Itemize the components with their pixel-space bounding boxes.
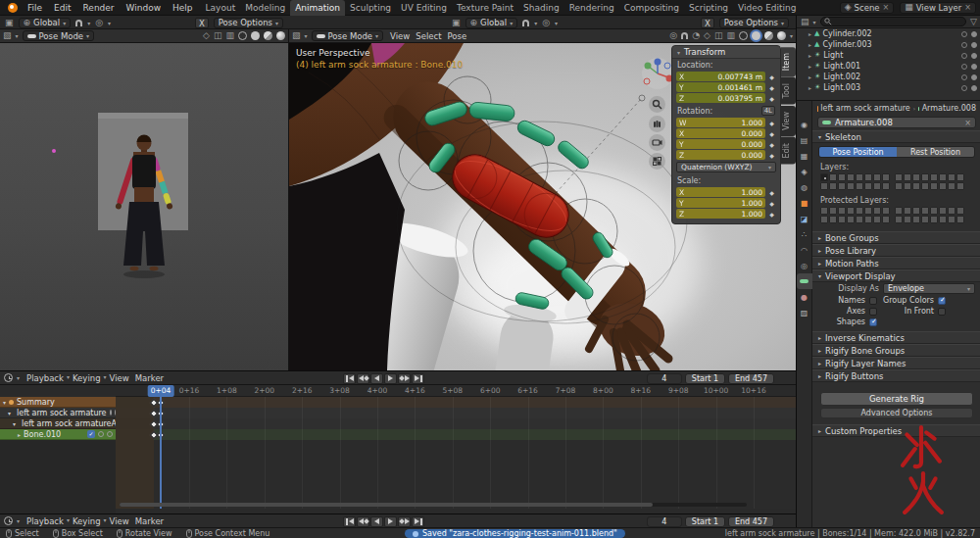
layer-toggle[interactable] [847,207,855,215]
chevron-down-icon[interactable]: ▾ [87,20,90,26]
checkbox-in-front[interactable] [938,308,946,316]
overlays-toggle-icon[interactable]: ◫ [214,31,222,40]
overlays-toggle-icon[interactable]: ◫ [714,31,723,40]
workspace-tab-compositing[interactable]: Compositing [619,0,684,16]
mode-selector-center[interactable]: Pose Mode ▾ [312,30,384,41]
play-reverse-button[interactable] [370,516,383,527]
decorator-keyframe-icon[interactable]: ◆ [767,200,776,207]
pan-hand-icon[interactable] [649,116,665,132]
generate-rig-button[interactable]: Generate Rig [820,392,973,406]
properties-tab-view-layer-icon[interactable]: ▦ [797,148,812,164]
datablock-name-field[interactable]: Armature.008 × [817,117,976,128]
frame-end-field[interactable]: End 457 [728,516,774,527]
layer-toggle[interactable] [838,207,846,215]
menu-marker[interactable]: Marker [132,516,167,526]
layer-toggle[interactable] [820,216,828,223]
menu-playback[interactable]: Playback [24,373,67,383]
current-frame-indicator[interactable]: 0+04 [148,385,174,397]
section-custom-properties[interactable]: ▸ Custom Properties [812,424,980,437]
section-rigify-buttons[interactable]: ▸Rigify Buttons [812,369,980,382]
layer-toggle[interactable] [820,173,828,181]
active-tool-icon[interactable]: ▣ [5,19,14,27]
layer-toggle[interactable] [930,173,938,181]
layer-toggle[interactable] [930,207,938,215]
layer-toggle[interactable] [930,182,938,190]
workspace-tab-modeling[interactable]: Modeling [240,0,290,16]
menu-marker[interactable]: Marker [132,373,167,383]
layer-toggle[interactable] [856,182,863,190]
layer-toggle[interactable] [847,216,855,223]
decorator-keyframe-icon[interactable]: ◆ [767,141,776,148]
keyframe-grid[interactable] [116,397,796,509]
properties-tab-physics-icon[interactable]: ◠ [797,242,812,258]
lock-rotation-4d-toggle[interactable]: 4L [761,106,775,116]
transform-panel-header[interactable]: ▾ Transform [672,46,780,59]
properties-tab-object-data-icon[interactable] [797,273,812,289]
layer-toggle[interactable] [820,207,828,215]
gizmo-toggle-icon[interactable]: ◇ [203,31,210,40]
next-keyframe-button[interactable] [398,373,411,384]
pose-position-button[interactable]: Pose Position [819,147,897,157]
menu-edit[interactable]: Edit [48,0,76,16]
outliner-search-input[interactable] [820,17,967,26]
workspace-tab-layout[interactable]: Layout [201,0,241,16]
layer-toggle[interactable] [864,207,872,215]
save-notification[interactable]: Saved "zara-clothes-rigging-test-anim-01… [405,529,625,538]
layer-toggle[interactable] [939,182,947,190]
disclosure-icon[interactable]: ▾ [13,420,16,427]
transform-rotation-x-field[interactable]: X0.000 [676,128,765,138]
layer-toggle[interactable] [829,173,837,181]
shading-solid-icon[interactable] [752,31,760,40]
zoom-icon[interactable] [649,96,665,113]
mute-icon[interactable] [110,410,112,416]
viewport-menu-view[interactable]: View [387,31,413,41]
frame-start-field[interactable]: Start 1 [685,373,725,384]
timeline-editor-icon[interactable] [4,516,13,525]
layer-toggle[interactable] [856,207,863,215]
sidebar-tab-tool[interactable]: Tool [781,77,796,105]
play-reverse-button[interactable] [370,373,383,384]
viewport-3d-center[interactable]: User Perspective (4) left arm sock armat… [289,43,796,370]
properties-tab-world-icon[interactable]: ◍ [797,179,812,195]
current-frame-field[interactable]: 4 [647,373,682,384]
xray-toggle-icon[interactable]: ▥ [225,31,234,40]
section-skeleton[interactable]: ▾ Skeleton [812,130,980,143]
current-frame-field[interactable]: 4 [647,516,682,527]
lock-icon[interactable] [107,431,113,437]
layer-toggle[interactable] [882,207,890,215]
hide-viewport-icon[interactable] [961,85,967,91]
section-rigify-layer-names[interactable]: ▸Rigify Layer Names [812,357,980,369]
layer-toggle[interactable] [873,182,881,190]
transform-scale-y-field[interactable]: Y1.000 [676,198,765,208]
disclosure-icon[interactable]: ▸ [18,431,21,438]
scrollbar-thumb[interactable] [120,503,653,507]
viewport-3d-left[interactable] [0,43,289,370]
frame-end-field[interactable]: End 457 [728,373,774,384]
section-rigify-bone-groups[interactable]: ▸Rigify Bone Groups [812,344,980,357]
decorator-keyframe-icon[interactable]: ◆ [767,73,776,80]
layer-toggle[interactable] [904,207,911,215]
shading-wireframe-icon[interactable] [238,31,247,40]
menu-keying[interactable]: Keying [70,373,104,383]
menu-view[interactable]: View [107,373,132,383]
layer-toggle[interactable] [864,182,872,190]
disclosure-icon[interactable]: ▾ [8,410,11,416]
blender-logo-icon[interactable] [8,3,18,13]
disclosure-icon[interactable]: ▸ [808,63,811,70]
play-button[interactable] [384,373,397,384]
hide-render-icon[interactable] [971,85,977,91]
rotation-mode-dropdown[interactable]: Quaternion (WXYZ) ▾ [676,162,776,172]
editor-type-icon[interactable]: ▧ [292,31,301,40]
shading-wireframe-icon[interactable] [739,31,748,40]
snap-magnet-icon[interactable] [75,20,82,26]
gizmo-toggle-icon[interactable]: ◇ [704,31,710,40]
workspace-tab-rendering[interactable]: Rendering [564,0,619,16]
channel-bone-010[interactable]: ▸Bone.010✓ [0,429,116,440]
shading-material-icon[interactable] [764,31,773,40]
hide-render-icon[interactable] [971,42,977,48]
camera-view-icon[interactable] [649,134,665,151]
properties-tab-render-icon[interactable]: ◉ [797,117,812,132]
layer-toggle[interactable] [847,173,855,181]
section-motion-paths[interactable]: ▸Motion Paths [812,257,980,269]
disclosure-icon[interactable]: ▸ [808,84,811,91]
